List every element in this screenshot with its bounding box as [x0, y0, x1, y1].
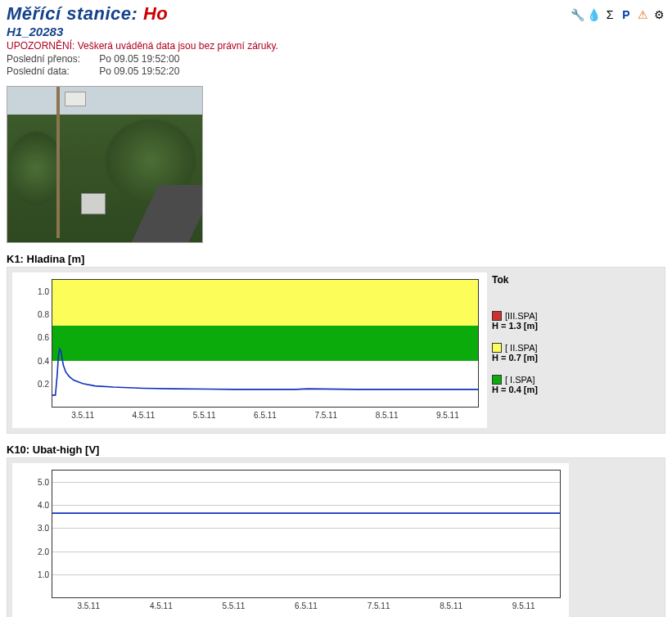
legend-label: [ I.SPA]	[505, 375, 534, 385]
page-title: Měřící stanice: Ho	[7, 3, 278, 25]
x-tick: 3.5.11	[77, 601, 100, 610]
x-tick: 5.5.11	[223, 601, 246, 610]
chart2-plot: 1.02.03.04.05.03.5.114.5.115.5.116.5.117…	[52, 470, 561, 598]
legend-row: [ I.SPA]H = 0.4 [m]	[492, 374, 538, 394]
y-tick: 0.2	[28, 379, 49, 388]
alert-icon[interactable]: ⚠	[636, 8, 649, 21]
title-block: Měřící stanice: Ho H1_20283 UPOZORNĚNÍ: …	[7, 3, 278, 78]
chart1-title: K1: Hladina [m]	[7, 253, 665, 265]
p-icon[interactable]: P	[620, 8, 633, 21]
x-tick: 8.5.11	[440, 601, 462, 610]
y-tick: 1.0	[28, 570, 49, 579]
x-tick: 7.5.11	[314, 411, 337, 420]
x-tick: 4.5.11	[150, 601, 173, 610]
legend-swatch	[492, 311, 502, 321]
x-tick: 6.5.11	[295, 601, 318, 610]
legend-row: [III.SPA]H = 1.3 [m]	[492, 310, 538, 331]
gear-icon[interactable]: ⚙	[652, 8, 665, 21]
x-tick: 6.5.11	[254, 411, 277, 420]
legend-value: H = 0.4 [m]	[492, 385, 538, 394]
toolbar: 🔧 💧 Σ P ⚠ ⚙	[571, 8, 665, 21]
last-transfer-label: Poslední přenos:	[7, 53, 97, 65]
y-tick: 2.0	[28, 547, 49, 556]
last-transfer-value: Po 09.05 19:52:00	[99, 53, 179, 65]
x-tick: 4.5.11	[133, 411, 156, 420]
legend-label: [ II.SPA]	[505, 343, 538, 353]
legend-label: [III.SPA]	[505, 311, 538, 321]
chart2-title: K10: Ubat-high [V]	[7, 444, 665, 456]
sigma-icon[interactable]: Σ	[603, 8, 616, 21]
legend-swatch	[492, 375, 502, 385]
chart1-panel: 0.20.40.60.81.03.5.114.5.115.5.116.5.117…	[7, 267, 665, 434]
water-icon[interactable]: 💧	[587, 8, 600, 21]
last-data-row: Poslední data: Po 09.05 19:52:20	[7, 65, 278, 77]
y-tick: 5.0	[28, 478, 49, 487]
y-tick: 0.6	[28, 333, 49, 342]
x-tick: 9.5.11	[512, 601, 535, 610]
legend-row: [ II.SPA]H = 0.7 [m]	[492, 342, 538, 363]
chart1-plot: 0.20.40.60.81.03.5.114.5.115.5.116.5.117…	[52, 279, 479, 408]
chart1-legend: Tok [III.SPA]H = 1.3 [m][ II.SPA]H = 0.7…	[492, 272, 538, 408]
y-tick: 4.0	[28, 501, 49, 510]
legend-value: H = 1.3 [m]	[492, 321, 538, 331]
tool-icon[interactable]: 🔧	[571, 8, 584, 21]
y-tick: 3.0	[28, 524, 49, 533]
chart2-panel: 1.02.03.04.05.03.5.114.5.115.5.116.5.117…	[7, 457, 665, 617]
legend-swatch	[492, 343, 502, 353]
x-tick: 9.5.11	[436, 411, 459, 420]
warning-text: UPOZORNĚNÍ: Veškerá uváděná data jsou be…	[7, 40, 278, 52]
title-name: Ho	[143, 3, 168, 24]
legend-value: H = 0.7 [m]	[492, 353, 538, 363]
x-tick: 5.5.11	[193, 411, 216, 420]
station-photo	[7, 86, 203, 243]
x-tick: 7.5.11	[368, 601, 390, 610]
y-tick: 1.0	[28, 287, 49, 296]
station-id: H1_20283	[7, 25, 278, 38]
y-tick: 0.8	[28, 310, 49, 319]
last-data-label: Poslední data:	[7, 65, 97, 77]
x-tick: 8.5.11	[376, 411, 399, 420]
x-tick: 3.5.11	[71, 411, 94, 420]
title-prefix: Měřící stanice:	[7, 3, 143, 24]
legend-title: Tok	[492, 274, 538, 286]
chart2-area: 1.02.03.04.05.03.5.114.5.115.5.116.5.117…	[12, 463, 569, 617]
last-transfer-row: Poslední přenos: Po 09.05 19:52:00	[7, 53, 278, 65]
chart1-area: 0.20.40.60.81.03.5.114.5.115.5.116.5.117…	[12, 272, 487, 428]
y-tick: 0.4	[28, 356, 49, 365]
last-data-value: Po 09.05 19:52:20	[99, 65, 179, 77]
